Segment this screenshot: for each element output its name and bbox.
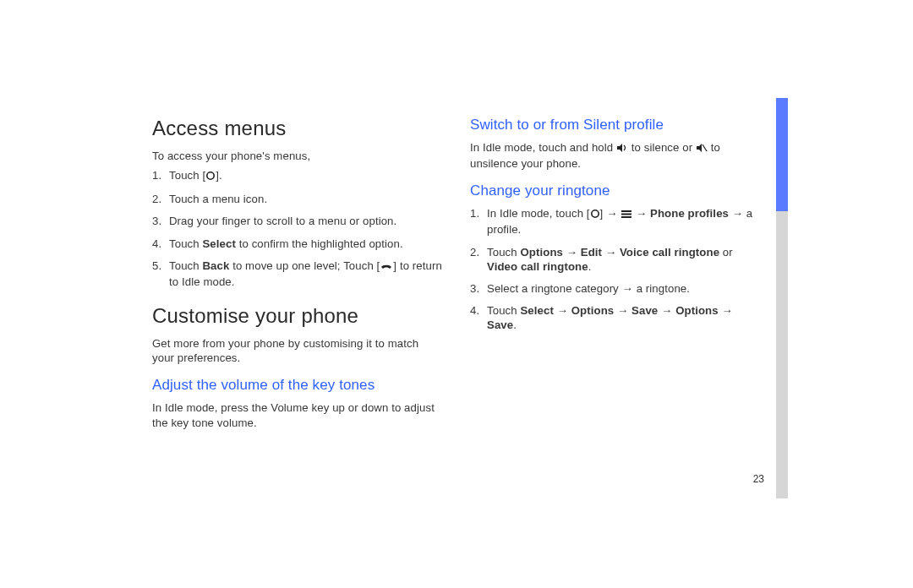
intro-text: To access your phone's menus, bbox=[152, 149, 443, 163]
step-3: Drag your finger to scroll to a menu or … bbox=[152, 214, 443, 228]
right-column: Switch to or from Silent profile In Idle… bbox=[470, 117, 761, 435]
page-number: 23 bbox=[753, 473, 764, 485]
circle-icon bbox=[205, 170, 216, 184]
svg-rect-6 bbox=[621, 216, 631, 218]
step-2: Touch a menu icon. bbox=[152, 192, 443, 206]
ring-step-2: Touch Options → Edit → Voice call ringto… bbox=[470, 245, 761, 274]
left-column: Access menus To access your phone's menu… bbox=[152, 117, 443, 435]
side-tab-active bbox=[776, 98, 788, 211]
circle-icon bbox=[590, 208, 600, 222]
side-tab-label: using basic functions bbox=[765, 166, 774, 246]
silent-text: In Idle mode, touch and hold to silence … bbox=[470, 140, 761, 171]
svg-rect-4 bbox=[621, 210, 631, 212]
volume-text: In Idle mode, press the Volume key up or… bbox=[152, 400, 443, 429]
end-call-icon bbox=[380, 260, 393, 275]
customise-text: Get more from your phone by customising … bbox=[152, 336, 443, 365]
svg-point-0 bbox=[207, 172, 214, 179]
subheading-silent: Switch to or from Silent profile bbox=[470, 117, 761, 133]
access-steps: Touch []. Touch a menu icon. Drag your f… bbox=[152, 168, 443, 289]
menu-icon bbox=[621, 208, 632, 222]
speaker-icon bbox=[616, 142, 628, 156]
side-tab-bar bbox=[776, 98, 788, 498]
svg-point-3 bbox=[591, 210, 598, 217]
step-5: Touch Back to move up one level; Touch [… bbox=[152, 259, 443, 289]
ring-step-1: In Idle mode, touch [] → → Phone profile… bbox=[470, 206, 761, 237]
subheading-ringtone: Change your ringtone bbox=[470, 182, 761, 199]
subheading-volume: Adjust the volume of the key tones bbox=[152, 377, 443, 394]
heading-access-menus: Access menus bbox=[152, 117, 443, 140]
heading-customise: Customise your phone bbox=[152, 304, 443, 328]
svg-rect-5 bbox=[621, 214, 631, 215]
ring-step-3: Select a ringtone category → a ringtone. bbox=[470, 281, 761, 296]
step-1: Touch []. bbox=[152, 168, 443, 184]
step-4: Touch Select to confirm the highlighted … bbox=[152, 237, 443, 251]
ring-step-4: Touch Select → Options → Save → Options … bbox=[470, 303, 761, 332]
ringtone-steps: In Idle mode, touch [] → → Phone profile… bbox=[470, 206, 761, 332]
speaker-mute-icon bbox=[696, 142, 708, 156]
